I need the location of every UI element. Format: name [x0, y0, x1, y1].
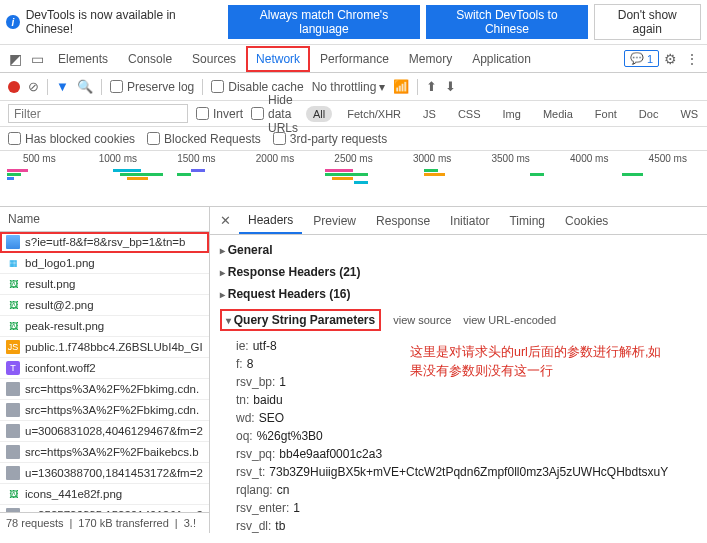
- type-doc[interactable]: Doc: [632, 106, 666, 122]
- hide-dataurls-checkbox[interactable]: Hide data URLs: [251, 93, 298, 135]
- dont-show-button[interactable]: Don't show again: [594, 4, 701, 40]
- match-language-button[interactable]: Always match Chrome's language: [228, 5, 421, 39]
- name-column-header[interactable]: Name: [0, 207, 209, 232]
- request-row[interactable]: src=https%3A%2F%2Fbaikebcs.b: [0, 442, 209, 463]
- file-icon: [6, 424, 20, 438]
- type-media[interactable]: Media: [536, 106, 580, 122]
- more-icon[interactable]: ⋮: [681, 51, 703, 67]
- type-ws[interactable]: WS: [673, 106, 705, 122]
- request-row[interactable]: 🖼result@2.png: [0, 295, 209, 316]
- third-party-checkbox[interactable]: 3rd-party requests: [273, 132, 387, 146]
- details-tabs: ✕ Headers Preview Response Initiator Tim…: [210, 207, 707, 235]
- section-general[interactable]: General: [220, 243, 272, 257]
- filter-input[interactable]: [8, 104, 188, 123]
- preserve-log-checkbox[interactable]: Preserve log: [110, 80, 194, 94]
- status-bar: 78 requests | 170 kB transferred | 3.!: [0, 512, 209, 533]
- tab-headers[interactable]: Headers: [239, 208, 302, 234]
- file-icon: ▦: [6, 256, 20, 270]
- tab-performance[interactable]: Performance: [310, 46, 399, 72]
- network-toolbar: ⊘ ▼ 🔍 Preserve log Disable cache No thro…: [0, 73, 707, 101]
- request-row[interactable]: 🖼icons_441e82f.png: [0, 484, 209, 505]
- query-param: wd:SEO: [236, 409, 707, 427]
- query-param: rqlang:cn: [236, 481, 707, 499]
- file-icon: [6, 235, 20, 249]
- param-key: oq:: [236, 429, 253, 443]
- panel-tabbar: ◩ ▭ Elements Console Sources Network Per…: [0, 45, 707, 73]
- clear-icon[interactable]: ⊘: [28, 79, 39, 94]
- type-fetch[interactable]: Fetch/XHR: [340, 106, 408, 122]
- requests-count: 78 requests: [6, 517, 63, 529]
- request-row[interactable]: 🖼result.png: [0, 274, 209, 295]
- switch-chinese-button[interactable]: Switch DevTools to Chinese: [426, 5, 587, 39]
- request-row[interactable]: 🖼peak-result.png: [0, 316, 209, 337]
- param-key: rsv_bp:: [236, 375, 275, 389]
- request-row[interactable]: Ticonfont.woff2: [0, 358, 209, 379]
- download-icon[interactable]: ⬇: [445, 79, 456, 94]
- tab-cookies[interactable]: Cookies: [556, 209, 617, 233]
- request-row[interactable]: src=https%3A%2F%2Fbkimg.cdn.: [0, 379, 209, 400]
- transferred-size: 170 kB transferred: [78, 517, 169, 529]
- request-name: src=https%3A%2F%2Fbkimg.cdn.: [25, 383, 199, 395]
- request-name: public.1.f748bbc4.Z6BSLUbI4b_GI: [25, 341, 203, 353]
- request-list[interactable]: s?ie=utf-8&f=8&rsv_bp=1&tn=b▦bd_logo1.pn…: [0, 232, 209, 512]
- tab-network[interactable]: Network: [246, 46, 310, 72]
- device-icon[interactable]: ▭: [26, 51, 48, 67]
- section-request-headers[interactable]: Request Headers (16): [220, 287, 351, 301]
- blocked-cookies-checkbox[interactable]: Has blocked cookies: [8, 132, 135, 146]
- tab-sources[interactable]: Sources: [182, 46, 246, 72]
- tab-initiator[interactable]: Initiator: [441, 209, 498, 233]
- request-row[interactable]: u=3006831028,4046129467&fm=2: [0, 421, 209, 442]
- param-key: ie:: [236, 339, 249, 353]
- query-param: oq:%26gt%3B0: [236, 427, 707, 445]
- throttling-select[interactable]: No throttling ▾: [312, 80, 386, 94]
- blocked-requests-checkbox[interactable]: Blocked Requests: [147, 132, 261, 146]
- request-name: iconfont.woff2: [25, 362, 96, 374]
- settings-icon[interactable]: ⚙: [659, 51, 681, 67]
- request-row[interactable]: u=2525726335,1522014912&fm=2: [0, 505, 209, 512]
- type-font[interactable]: Font: [588, 106, 624, 122]
- param-value: tb: [275, 519, 285, 533]
- upload-icon[interactable]: ⬆: [426, 79, 437, 94]
- request-row[interactable]: ▦bd_logo1.png: [0, 253, 209, 274]
- view-urlencoded-link[interactable]: view URL-encoded: [463, 314, 556, 326]
- search-icon[interactable]: 🔍: [77, 79, 93, 94]
- param-value: utf-8: [253, 339, 277, 353]
- tab-timing[interactable]: Timing: [500, 209, 554, 233]
- query-param: rsv_t:73b3Z9HuiigBX5k+mVE+CtcW2tPqdn6Zmp…: [236, 463, 707, 481]
- type-img[interactable]: Img: [496, 106, 528, 122]
- file-icon: JS: [6, 340, 20, 354]
- section-query-string[interactable]: Query String Parameters: [220, 309, 381, 331]
- filter-icon[interactable]: ▼: [56, 79, 69, 94]
- file-icon: [6, 466, 20, 480]
- timeline-overview[interactable]: 500 ms1000 ms1500 ms 2000 ms2500 ms3000 …: [0, 151, 707, 207]
- query-param: rsv_enter:1: [236, 499, 707, 517]
- type-js[interactable]: JS: [416, 106, 443, 122]
- file-icon: [6, 403, 20, 417]
- tab-console[interactable]: Console: [118, 46, 182, 72]
- tab-response[interactable]: Response: [367, 209, 439, 233]
- tab-preview[interactable]: Preview: [304, 209, 365, 233]
- wifi-icon[interactable]: 📶: [393, 79, 409, 94]
- request-row[interactable]: JSpublic.1.f748bbc4.Z6BSLUbI4b_GI: [0, 337, 209, 358]
- request-name: result@2.png: [25, 299, 94, 311]
- close-details-icon[interactable]: ✕: [214, 213, 237, 228]
- request-row[interactable]: u=1360388700,1841453172&fm=2: [0, 463, 209, 484]
- type-all[interactable]: All: [306, 106, 332, 122]
- view-source-link[interactable]: view source: [393, 314, 451, 326]
- request-row[interactable]: s?ie=utf-8&f=8&rsv_bp=1&tn=b: [0, 232, 209, 253]
- tab-memory[interactable]: Memory: [399, 46, 462, 72]
- tab-application[interactable]: Application: [462, 46, 541, 72]
- param-key: wd:: [236, 411, 255, 425]
- messages-badge[interactable]: 💬1: [624, 50, 659, 67]
- request-row[interactable]: src=https%3A%2F%2Fbkimg.cdn.: [0, 400, 209, 421]
- file-icon: [6, 382, 20, 396]
- section-response-headers[interactable]: Response Headers (21): [220, 265, 361, 279]
- disable-cache-checkbox[interactable]: Disable cache: [211, 80, 303, 94]
- invert-checkbox[interactable]: Invert: [196, 107, 243, 121]
- tab-elements[interactable]: Elements: [48, 46, 118, 72]
- type-css[interactable]: CSS: [451, 106, 488, 122]
- file-icon: 🖼: [6, 487, 20, 501]
- inspect-icon[interactable]: ◩: [4, 51, 26, 67]
- record-button[interactable]: [8, 81, 20, 93]
- headers-detail[interactable]: General Response Headers (21) Request He…: [210, 235, 707, 533]
